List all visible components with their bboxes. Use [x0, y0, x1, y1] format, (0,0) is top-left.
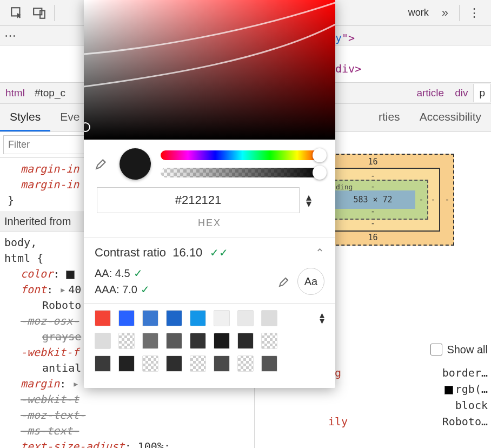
settings-kebab-icon[interactable]: ⋮	[463, 6, 486, 20]
palette-swatch[interactable]	[142, 355, 158, 372]
format-label: HEX	[84, 218, 335, 229]
tab-accessibility[interactable]: Accessibility	[410, 104, 491, 131]
contrast-curve	[84, 0, 335, 140]
palette-swatch[interactable]	[95, 355, 111, 372]
slider-thumb[interactable]	[313, 166, 327, 180]
palette-more-icon[interactable]: ▴▾	[320, 312, 324, 324]
color-swatch-icon[interactable]	[66, 271, 75, 279]
palette-swatch[interactable]	[166, 333, 182, 349]
hue-slider[interactable]	[161, 150, 324, 160]
breadcrumb-item[interactable]: article	[411, 87, 449, 99]
computed-row[interactable]: ily Roboto…	[258, 413, 488, 430]
palette-swatch[interactable]	[166, 355, 182, 372]
palette-swatch[interactable]	[261, 333, 277, 349]
css-property[interactable]: margin-in	[21, 178, 79, 191]
separator	[54, 5, 55, 21]
contrast-sample[interactable]: Aa	[297, 268, 324, 295]
expand-shorthand-icon[interactable]: ▸	[72, 377, 79, 390]
hex-input[interactable]	[97, 187, 300, 213]
palette-swatch[interactable]	[166, 310, 182, 326]
breadcrumb-item[interactable]: html	[0, 87, 30, 99]
expand-shorthand-icon[interactable]: ▸	[59, 283, 66, 296]
palette-swatch[interactable]	[237, 333, 254, 349]
palette-swatch[interactable]	[237, 310, 254, 326]
palette-swatch[interactable]	[95, 310, 111, 326]
color-picker-popover: ▴▾ HEX Contrast ratio 16.10 ✓✓ ⌃ AA: 4.5…	[84, 0, 335, 388]
dom-node-peek[interactable]: div>	[335, 62, 361, 75]
palette-swatch[interactable]	[261, 355, 277, 372]
palette-swatch[interactable]	[118, 310, 135, 326]
breadcrumb-item-selected[interactable]: p	[473, 84, 491, 102]
tabs-partial-network[interactable]: work	[403, 7, 434, 18]
color-swatch-icon[interactable]	[444, 386, 453, 394]
dom-node-peek[interactable]: y">	[335, 31, 355, 44]
palette-swatch[interactable]	[214, 333, 230, 349]
palette-swatch[interactable]	[190, 333, 206, 349]
separator	[459, 5, 460, 21]
css-property[interactable]: margin	[21, 377, 59, 390]
palette-swatch[interactable]	[237, 355, 254, 372]
background-eyedropper-icon[interactable]	[278, 275, 291, 288]
palette-swatch[interactable]	[95, 333, 111, 349]
tab-properties[interactable]: rties	[369, 104, 410, 131]
css-property[interactable]: margin-in	[21, 162, 79, 175]
palette-swatch[interactable]	[118, 333, 135, 349]
show-all-checkbox[interactable]	[430, 344, 442, 355]
breadcrumb-item[interactable]: div	[449, 87, 473, 99]
palette-swatch[interactable]	[190, 355, 206, 372]
alpha-slider[interactable]	[161, 168, 324, 177]
css-property[interactable]: color	[21, 267, 53, 280]
palette-swatch[interactable]	[142, 310, 158, 326]
saturation-value-field[interactable]	[84, 0, 335, 140]
palette-section: ▴▾	[84, 304, 335, 388]
tabs-overflow-icon[interactable]: »	[434, 6, 456, 20]
inspect-element-icon[interactable]	[5, 2, 28, 24]
css-property[interactable]: font	[21, 283, 47, 296]
palette-swatch[interactable]	[214, 355, 230, 372]
device-toggle-icon[interactable]	[28, 2, 51, 24]
palette-swatch[interactable]	[190, 310, 206, 326]
show-all-toggle[interactable]: Show all	[428, 342, 488, 357]
css-property[interactable]: -webkit-f	[21, 346, 79, 359]
palette-swatch[interactable]	[118, 355, 135, 372]
breadcrumb-item[interactable]: #top_c	[30, 87, 70, 99]
tab-styles[interactable]: Styles	[0, 104, 50, 131]
contrast-pass-icon: ✓✓	[210, 247, 228, 259]
palette-swatch[interactable]	[214, 310, 230, 326]
palette-swatch[interactable]	[142, 333, 158, 349]
palette-swatch[interactable]	[261, 310, 277, 326]
check-icon: ✓	[134, 267, 143, 279]
slider-thumb[interactable]	[313, 148, 327, 162]
contrast-section: Contrast ratio 16.10 ✓✓ ⌃ AA: 4.5✓ AAA: …	[84, 238, 335, 303]
css-property[interactable]: text-size-adjust	[21, 440, 125, 448]
collapse-contrast-icon[interactable]: ⌃	[315, 246, 324, 259]
eyedropper-icon[interactable]	[95, 156, 110, 172]
format-toggle-icon[interactable]: ▴▾	[306, 194, 322, 207]
check-icon: ✓	[141, 284, 150, 295]
current-color-swatch	[120, 148, 151, 180]
computed-row[interactable]: block	[258, 397, 488, 413]
